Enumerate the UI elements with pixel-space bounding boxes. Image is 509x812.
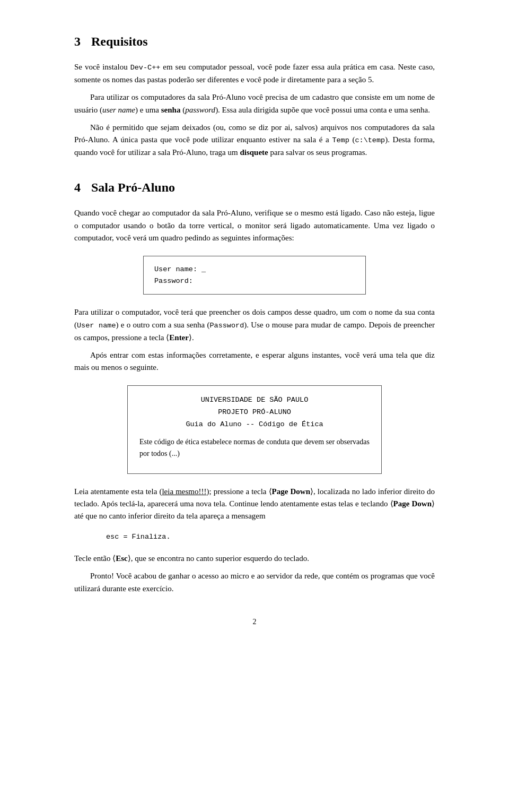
- section3-para1: Se você instalou Dev-C++ em seu computad…: [74, 61, 435, 86]
- usp-line3: Guia do Aluno -- Código de Ética: [139, 419, 370, 431]
- section4-para3: Após entrar com estas informações corret…: [74, 349, 435, 374]
- page-content: 3 Requisitos Se você instalou Dev-C++ em…: [74, 0, 435, 670]
- page-number: 2: [74, 616, 435, 628]
- section4-para5: Tecle então ⟨Esc⟩, que se encontra no ca…: [74, 552, 435, 565]
- login-username-line: User name: _: [154, 265, 206, 273]
- pagedown-key2: ⟨Page Down⟩: [390, 499, 435, 508]
- section4-title: 4 Sala Pró-Aluno: [74, 178, 435, 197]
- temp-code: Temp: [332, 136, 349, 144]
- enter-key: ⟨Enter⟩: [166, 333, 192, 342]
- section3-para2: Para utilizar os computadores da sala Pr…: [74, 91, 435, 116]
- devcc-code: Dev-C++: [130, 64, 161, 72]
- disquete-bold: disquete: [240, 148, 268, 157]
- usp-line2: PROJETO PRÓ-ALUNO: [139, 407, 370, 419]
- leia-mesmo-underline: leia mesmo!!!: [162, 487, 206, 496]
- login-password-line: Password:: [154, 277, 193, 285]
- login-box: User name: _ Password:: [143, 256, 366, 295]
- section4-para4: Leia atentamente esta tela (leia mesmo!!…: [74, 486, 435, 523]
- pagedown-key: ⟨Page Down⟩: [269, 487, 313, 496]
- temp-path-code: c:\temp: [355, 136, 385, 144]
- section4-para2: Para utilizar o computador, você terá qu…: [74, 306, 435, 343]
- usp-box: UNIVERSIDADE DE SÃO PAULO PROJETO PRÓ-AL…: [127, 385, 382, 473]
- password-code: Password: [209, 322, 244, 330]
- usp-line1: UNIVERSIDADE DE SÃO PAULO: [139, 394, 370, 407]
- section3-para3: Não é permitido que sejam deixados (ou, …: [74, 122, 435, 159]
- esc-finaliza-line: esc = Finaliza.: [106, 532, 435, 543]
- username-code: User name: [77, 322, 116, 330]
- user-name-term: user name: [102, 106, 135, 114]
- usp-ethics-text: Este código de ética estabelece normas d…: [139, 436, 370, 459]
- esc-key: ⟨Esc⟩: [112, 554, 131, 563]
- senha-term: senha: [161, 106, 181, 114]
- section4-para1: Quando você chegar ao computador da sala…: [74, 207, 435, 244]
- section3-title: 3 Requisitos: [74, 32, 435, 51]
- password-term: password: [185, 106, 215, 114]
- section3-number: 3: [74, 34, 81, 48]
- section4-para6: Pronto! Você acabou de ganhar o acesso a…: [74, 570, 435, 595]
- section4-number: 4: [74, 180, 81, 194]
